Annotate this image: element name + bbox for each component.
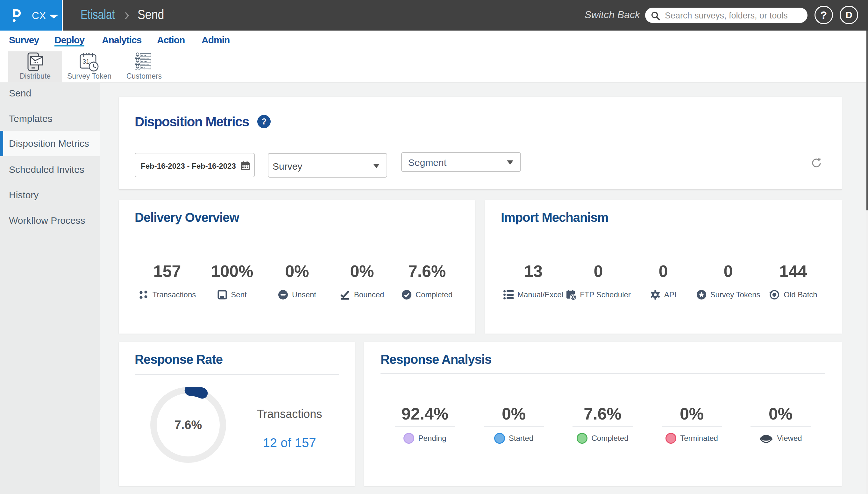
svg-text:31: 31	[82, 58, 90, 65]
